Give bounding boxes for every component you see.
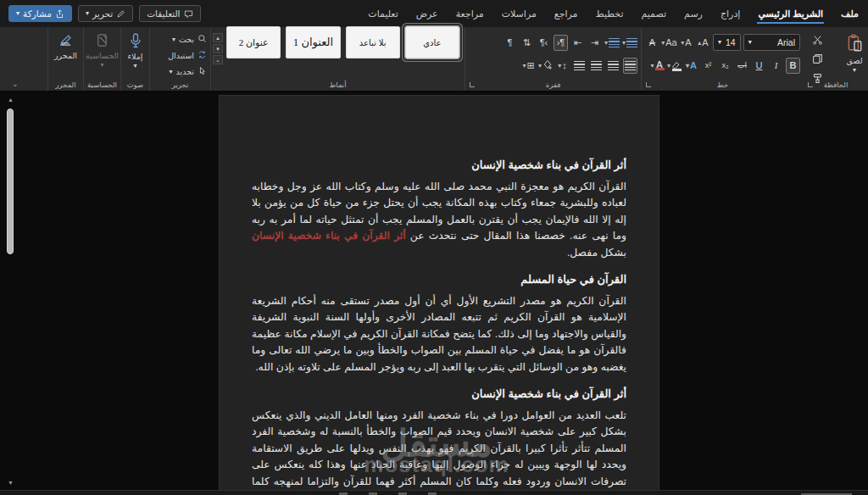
clipboard-icon (846, 34, 863, 54)
tab-review[interactable]: مراجعة (455, 3, 485, 24)
chevron-down-icon: ▾ (667, 62, 670, 70)
chevron-down-icon: ▾ (133, 63, 136, 70)
chevron-down-icon: ▾ (650, 62, 654, 70)
bold-button[interactable]: B (786, 58, 800, 74)
superscript-button[interactable]: x² (701, 58, 715, 74)
comments-label: التعليقات (147, 8, 180, 19)
paragraph-group-label: فقرة (465, 81, 641, 89)
font-name-select[interactable]: ▾ Arial (743, 34, 800, 51)
borders-button[interactable]: ⊞▾ (521, 58, 536, 74)
font-group: ▾ Arial ▾ 14 A▴ A▾ Aa▾ A B I U اب x₂ x² … (641, 27, 804, 91)
find-button[interactable]: بحث ▾ (168, 32, 207, 47)
style-heading1[interactable]: العنوان 1 (286, 26, 340, 58)
highlight-button[interactable]: ▾ (667, 58, 682, 74)
comment-icon (184, 9, 193, 19)
scrollbar-thumb[interactable] (7, 108, 14, 254)
justify-button[interactable] (572, 58, 587, 74)
numbering-button[interactable]: ▾ (604, 35, 620, 51)
underline-button[interactable]: U (752, 58, 766, 74)
font-color-button[interactable]: A▾ (650, 58, 665, 74)
paste-label: لصق (846, 56, 862, 65)
tab-layout[interactable]: تخطيط (595, 3, 625, 24)
align-left-button[interactable] (589, 58, 604, 74)
tab-file[interactable]: ملف (840, 3, 860, 24)
tab-view[interactable]: عرض (415, 3, 439, 24)
copy-button[interactable] (810, 52, 825, 68)
styles-scroll-up-button[interactable]: ▴ (213, 33, 223, 42)
title-tab-bar: ملف الشريط الرئيسي إدراج رسم تصميم تخطيط… (0, 0, 868, 27)
styles-gallery-more-button[interactable]: ⌄ (213, 55, 223, 64)
styles-group-label: أنماط (211, 81, 465, 89)
tab-design[interactable]: تصميم (640, 3, 667, 24)
tab-help[interactable]: تعليمات (367, 3, 398, 24)
collapse-ribbon-button[interactable]: ⌄ (12, 80, 19, 88)
tab-insert[interactable]: إدراج (720, 3, 741, 24)
scrollbar-up-icon[interactable]: ▲ (5, 97, 16, 103)
change-case-button[interactable]: Aa▾ (662, 35, 676, 51)
select-button[interactable]: تحديد ▾ (168, 64, 207, 79)
subscript-button[interactable]: x₂ (718, 58, 732, 74)
triangle-up-icon: ▴ (698, 39, 701, 47)
cut-button[interactable] (810, 32, 825, 48)
chevron-down-icon: ▾ (538, 62, 542, 70)
line-spacing-icon: ↕ (562, 60, 567, 70)
align-right-button[interactable] (623, 58, 637, 74)
select-label: تحديد (176, 67, 194, 76)
text-effects-button[interactable]: A▾ (684, 58, 698, 74)
tab-mailings[interactable]: مراسلات (501, 3, 537, 24)
shrink-font-button[interactable]: A▾ (679, 35, 693, 51)
sensitivity-badge-icon (96, 33, 108, 49)
italic-button[interactable]: I (769, 58, 783, 74)
strikethrough-button[interactable]: اب (735, 58, 749, 74)
edit-mode-button[interactable]: تحرير ▾ (78, 5, 133, 22)
share-label: مشاركة (23, 8, 52, 19)
document-page[interactable]: أثر القرآن في بناء شخصية الإنسان القرآن … (219, 95, 659, 490)
decrease-indent-button[interactable]: ⇤ (570, 35, 585, 51)
style-normal[interactable]: عادي (405, 26, 459, 58)
style-heading2[interactable]: عنوان 2 (226, 26, 281, 58)
clear-formatting-button[interactable]: A (645, 35, 659, 51)
shading-icon (542, 59, 553, 71)
chevron-down-icon: ▾ (16, 10, 19, 17)
vertical-scrollbar[interactable]: ▲ ▼ (5, 95, 16, 487)
tab-draw[interactable]: رسم (683, 3, 704, 24)
font-group-label: خط (642, 81, 804, 89)
style-no-spacing[interactable]: بلا تباعد (346, 26, 400, 58)
scrollbar-down-icon[interactable]: ▼ (5, 480, 16, 486)
styles-scroll-down-button[interactable]: ▾ (213, 44, 223, 53)
sensitivity-button[interactable]: الحساسية ▾ (84, 31, 120, 69)
chevron-down-icon: ▾ (853, 67, 856, 74)
sort-button[interactable]: ⇅ (520, 35, 534, 51)
comments-button[interactable]: التعليقات (139, 5, 200, 22)
chevron-down-icon: ▾ (522, 62, 526, 70)
increase-indent-button[interactable]: ⇥ (587, 35, 602, 51)
editor-button[interactable]: المحرر (48, 31, 83, 60)
chevron-down-icon: ▾ (718, 39, 721, 46)
align-center-button[interactable] (606, 58, 620, 74)
status-bar[interactable] (0, 490, 868, 495)
chevron-down-icon: ▾ (100, 62, 103, 69)
line-spacing-button[interactable]: ↕▾ (555, 58, 570, 74)
paste-button[interactable]: لصق ▾ (846, 31, 863, 74)
share-button[interactable]: مشاركة ▾ (8, 5, 72, 22)
tab-references[interactable]: مراجع (554, 3, 579, 24)
align-left-icon (591, 61, 602, 70)
triangle-down-icon: ▾ (681, 39, 684, 47)
pencil-icon (116, 9, 125, 19)
editing-group-label: تحرير (150, 81, 210, 89)
font-size-select[interactable]: ▾ 14 (713, 34, 741, 51)
bullets-button[interactable]: ▾ (622, 35, 637, 51)
rtl-direction-button[interactable]: ¶‹ (554, 35, 568, 51)
bullets-icon (626, 38, 637, 47)
rtl-direction-icon: ¶‹ (557, 37, 565, 47)
scissors-icon (812, 35, 823, 47)
ltr-direction-button[interactable]: ›¶ (537, 35, 551, 51)
share-icon (55, 9, 64, 19)
shading-button[interactable]: ▾ (538, 58, 553, 74)
replace-button[interactable]: استبدال (168, 48, 207, 63)
numbering-icon (609, 38, 620, 47)
dictate-button[interactable]: إملاء ▾ (121, 31, 149, 70)
show-paragraph-marks-button[interactable]: ¶ (503, 35, 517, 51)
tab-home[interactable]: الشريط الرئيسي (757, 3, 824, 24)
grow-font-button[interactable]: A▴ (696, 35, 710, 51)
